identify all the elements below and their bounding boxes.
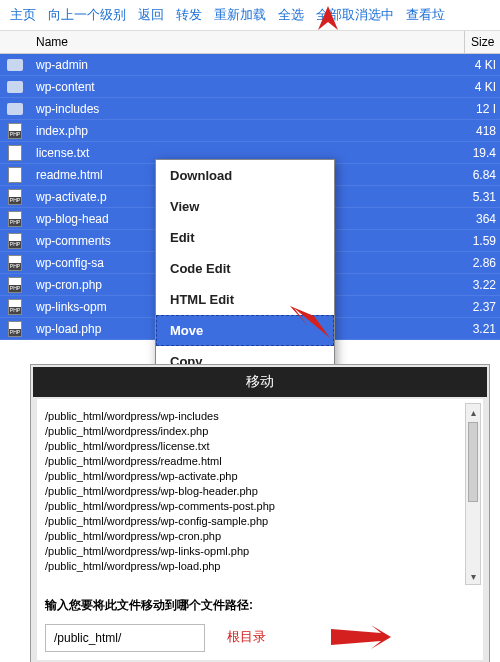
dialog-prompt: 输入您要将此文件移动到哪个文件路径: (37, 589, 483, 616)
txt-icon (8, 145, 22, 161)
top-toolbar: 主页 向上一个级别 返回 转发 重新加载 全选 全部取消选中 查看垃 (0, 0, 500, 31)
path-line: /public_html/wordpress/wp-links-opml.php (45, 544, 475, 559)
path-line: /public_html/wordpress/wp-comments-post.… (45, 499, 475, 514)
php-icon (8, 255, 22, 271)
toolbar-reload[interactable]: 重新加载 (214, 6, 266, 24)
toolbar-forward[interactable]: 转发 (176, 6, 202, 24)
file-name: index.php (30, 124, 465, 138)
html-icon (8, 167, 22, 183)
ctx-item-edit[interactable]: Edit (156, 222, 334, 253)
toolbar-home[interactable]: 主页 (10, 6, 36, 24)
path-line: /public_html/wordpress/wp-includes (45, 409, 475, 424)
file-row[interactable]: wp-includes12 I (0, 98, 500, 120)
scroll-up-icon[interactable]: ▴ (466, 404, 480, 420)
file-size: 1.59 (465, 234, 500, 248)
path-line: /public_html/wordpress/wp-load.php (45, 559, 475, 574)
path-line: /public_html/wordpress/wp-cron.php (45, 529, 475, 544)
php-icon (8, 189, 22, 205)
file-header: Name Size (0, 31, 500, 54)
path-line: /public_html/wordpress/wp-activate.php (45, 469, 475, 484)
ctx-item-code-edit[interactable]: Code Edit (156, 253, 334, 284)
path-line: /public_html/wordpress/readme.html (45, 454, 475, 469)
file-size: 3.21 (465, 322, 500, 336)
dialog-title: 移动 (33, 367, 487, 397)
ctx-item-move[interactable]: Move (156, 315, 334, 346)
ctx-item-view[interactable]: View (156, 191, 334, 222)
annotation-root-label: 根目录 (227, 628, 266, 646)
scroll-down-icon[interactable]: ▾ (466, 568, 480, 584)
file-size: 6.84 (465, 168, 500, 182)
col-header-name[interactable]: Name (30, 31, 465, 53)
file-row[interactable]: wp-admin4 KI (0, 54, 500, 76)
php-icon (8, 299, 22, 315)
file-size: 5.31 (465, 190, 500, 204)
toolbar-selectall[interactable]: 全选 (278, 6, 304, 24)
file-name: wp-includes (30, 102, 465, 116)
php-icon (8, 277, 22, 293)
file-size: 2.86 (465, 256, 500, 270)
col-header-size[interactable]: Size (465, 31, 500, 53)
ctx-item-download[interactable]: Download (156, 160, 334, 191)
php-icon (8, 123, 22, 139)
move-dialog: 移动 /public_html/wordpress/wp-includes/pu… (30, 364, 490, 662)
file-size: 418 (465, 124, 500, 138)
file-size: 4 KI (465, 58, 500, 72)
path-line: /public_html/wordpress/license.txt (45, 439, 475, 454)
php-icon (8, 321, 22, 337)
file-name: wp-admin (30, 58, 465, 72)
file-row[interactable]: index.php418 (0, 120, 500, 142)
path-line: /public_html/wordpress/wp-config-sample.… (45, 514, 475, 529)
file-size: 364 (465, 212, 500, 226)
dialog-scrollbar[interactable]: ▴ ▾ (465, 403, 481, 585)
toolbar-trash[interactable]: 查看垃 (406, 6, 445, 24)
path-line: /public_html/wordpress/index.php (45, 424, 475, 439)
path-line: /public_html/wordpress/wp-blog-header.ph… (45, 484, 475, 499)
destination-path-input[interactable] (45, 624, 205, 652)
folder-icon (7, 59, 23, 71)
toolbar-up[interactable]: 向上一个级别 (48, 6, 126, 24)
toolbar-deselect[interactable]: 全部取消选中 (316, 6, 394, 24)
file-size: 3.22 (465, 278, 500, 292)
folder-icon (7, 81, 23, 93)
dialog-path-list: /public_html/wordpress/wp-includes/publi… (37, 399, 483, 589)
dialog-input-row: 根目录 (37, 616, 483, 660)
file-size: 19.4 (465, 146, 500, 160)
ctx-item-html-edit[interactable]: HTML Edit (156, 284, 334, 315)
file-row[interactable]: wp-content4 KI (0, 76, 500, 98)
file-pane: Name Size wp-admin4 KIwp-content4 KIwp-i… (0, 31, 500, 340)
file-size: 2.37 (465, 300, 500, 314)
folder-icon (7, 103, 23, 115)
php-icon (8, 211, 22, 227)
file-name: license.txt (30, 146, 465, 160)
file-size: 12 I (465, 102, 500, 116)
php-icon (8, 233, 22, 249)
scroll-thumb[interactable] (468, 422, 478, 502)
toolbar-back[interactable]: 返回 (138, 6, 164, 24)
file-name: wp-content (30, 80, 465, 94)
file-size: 4 KI (465, 80, 500, 94)
